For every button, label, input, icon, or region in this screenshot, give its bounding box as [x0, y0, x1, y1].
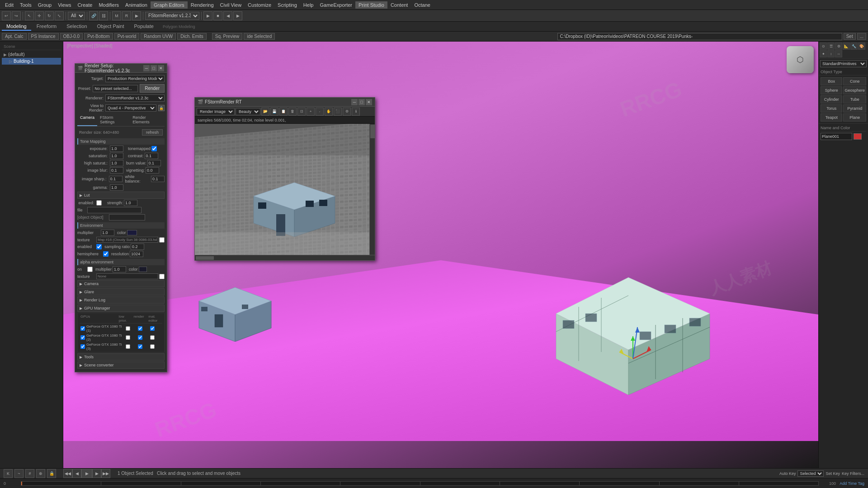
timeline-bar[interactable]: [21, 481, 819, 486]
bottom-curve-btn[interactable]: ~: [14, 469, 24, 478]
env-color-swatch[interactable]: [127, 230, 137, 235]
vray-scrollbar-h[interactable]: [195, 255, 375, 260]
obj-type-box[interactable]: Box: [821, 77, 842, 85]
vignetting-input[interactable]: [146, 167, 159, 174]
alpha-tex-input[interactable]: [96, 273, 158, 279]
tab-fstorm-settings[interactable]: FStorm Settings: [97, 114, 130, 126]
vray-maximize-btn[interactable]: □: [359, 99, 365, 105]
menu-print-studio[interactable]: Print Studio: [355, 1, 387, 9]
rp-icon-6[interactable]: 🎨: [858, 42, 865, 50]
vray-tb-open[interactable]: 📂: [261, 108, 269, 116]
dialog-minimize-btn[interactable]: ─: [143, 65, 150, 71]
white-bal-input[interactable]: [151, 176, 165, 182]
rp-type-select[interactable]: StandardPrimitives: [820, 60, 867, 67]
menu-content[interactable]: Content: [387, 1, 411, 9]
menu-octane[interactable]: Octane: [411, 1, 433, 9]
gpu-2-mat-check[interactable]: [150, 335, 155, 340]
vray-close-btn[interactable]: ✕: [366, 99, 372, 105]
env-texture-check[interactable]: [159, 237, 165, 243]
color-swatch[interactable]: [854, 133, 862, 140]
vray-tb-region[interactable]: ⬛: [334, 108, 342, 116]
frame-next-one-btn[interactable]: ▶: [92, 469, 101, 478]
vray-beauty-select[interactable]: Beauty: [236, 108, 260, 115]
gpu-2-low-prior-check[interactable]: [126, 335, 130, 340]
vray-tb-zoom-in[interactable]: +: [307, 108, 315, 116]
mode-tab-populate[interactable]: Populate: [129, 23, 158, 31]
vray-tb-copy[interactable]: 📋: [279, 108, 288, 116]
tb-render-setup[interactable]: R: [122, 11, 131, 20]
target-select[interactable]: Production Rendering Mode: [105, 75, 165, 82]
render-log-section-btn[interactable]: ▶ Render Log: [77, 296, 165, 304]
menu-group[interactable]: Group: [35, 1, 55, 9]
gpu-3-enable-check[interactable]: [80, 344, 85, 349]
vray-tb-settings[interactable]: ⚙: [343, 108, 351, 116]
obj-type-geosphere[interactable]: Geosphere: [843, 86, 866, 94]
gpu-1-low-prior-check[interactable]: [126, 326, 130, 331]
tb-select[interactable]: ↖: [25, 11, 34, 20]
vray-tb-info[interactable]: ℹ: [352, 108, 360, 116]
env-mult-input[interactable]: [101, 230, 114, 236]
pvt-bottom-btn[interactable]: Pvt-Bottom: [84, 33, 113, 40]
gpu-3-render-check[interactable]: [138, 344, 142, 349]
menu-game-exporter[interactable]: GameExporter: [316, 1, 355, 9]
bottom-key-btn[interactable]: K: [4, 469, 13, 478]
dich-emits-btn[interactable]: Dich. Emits: [177, 33, 207, 40]
tb-renderer-dropdown[interactable]: FStormRender v1.2.3: [145, 12, 199, 20]
vray-tb-save[interactable]: 💾: [270, 108, 278, 116]
vray-tb-zoom-out[interactable]: -: [316, 108, 324, 116]
env-sampling-input[interactable]: [131, 244, 144, 250]
env-res-input[interactable]: [130, 251, 143, 257]
renderer-select[interactable]: FStormRender v1.2.3c: [105, 94, 165, 102]
tab-camera[interactable]: Camera: [77, 114, 97, 126]
obj-type-plane[interactable]: Plane: [843, 113, 866, 122]
menu-rendering[interactable]: Rendering: [188, 1, 217, 9]
alpha-tex-check[interactable]: [159, 274, 165, 279]
nav-cube[interactable]: ⬡: [787, 46, 814, 73]
pvt-world-btn[interactable]: Pvt-world: [114, 33, 140, 40]
frame-prev-btn[interactable]: ◀◀: [63, 469, 72, 478]
mode-tab-freeform[interactable]: Freeform: [32, 23, 61, 31]
obj-type-pyramid[interactable]: Pyramid: [843, 104, 866, 113]
tonemapped-check[interactable]: [151, 146, 157, 151]
tb-material-editor[interactable]: M: [112, 11, 121, 20]
lut-enabled-check[interactable]: [96, 200, 102, 206]
tb-undo[interactable]: ↩: [2, 11, 11, 20]
menu-tools[interactable]: Tools: [17, 1, 35, 9]
gpu-3-low-prior-check[interactable]: [126, 344, 130, 349]
obj-btn[interactable]: OBJ-0.0: [60, 33, 83, 40]
sq-preview-btn[interactable]: Sq. Preview: [212, 33, 242, 40]
menu-graph-editors[interactable]: Graph Editors: [151, 1, 188, 9]
mode-tab-selection[interactable]: Selection: [62, 23, 91, 31]
bottom-grid-btn[interactable]: #: [25, 469, 34, 478]
dialog-maximize-btn[interactable]: □: [151, 65, 157, 71]
scene-converter-btn[interactable]: ▶ Scene converter: [77, 361, 165, 369]
view-lock-btn[interactable]: 🔒: [158, 105, 165, 111]
high-sat-input[interactable]: [110, 160, 123, 166]
gpu-2-render-check[interactable]: [138, 335, 142, 340]
obj-type-teapot[interactable]: Teapot: [821, 113, 842, 122]
env-texture-input[interactable]: [96, 237, 158, 243]
path-input[interactable]: [557, 33, 842, 40]
tb-render-frame[interactable]: ▶: [132, 11, 141, 20]
obj-type-torus[interactable]: Torus: [821, 104, 842, 113]
obj-type-tube[interactable]: Tube: [843, 95, 866, 103]
tb-prev-frame[interactable]: ◀: [223, 11, 232, 20]
tab-render-elements[interactable]: Render Elements: [130, 114, 165, 126]
lut-section-header[interactable]: ▶ Lut: [77, 192, 165, 199]
rp-icon-7[interactable]: ✦: [820, 50, 827, 57]
ps-instance-btn[interactable]: PS Instance: [28, 33, 59, 40]
env-enabled-check[interactable]: [96, 244, 102, 249]
tb-scale[interactable]: ⤡: [55, 11, 64, 20]
timeline-playhead[interactable]: [21, 482, 22, 485]
menu-civil-view[interactable]: Civil View: [217, 1, 245, 9]
add-time-tag-label[interactable]: Add Time Tag: [840, 481, 864, 486]
gpu-2-enable-check[interactable]: [80, 335, 85, 340]
tree-item-building[interactable]: ▷ Building-1: [2, 58, 61, 65]
tb-rotate[interactable]: ↻: [45, 11, 54, 20]
menu-customize[interactable]: Customize: [245, 1, 274, 9]
refresh-btn[interactable]: refresh: [142, 129, 163, 136]
rp-icon-8[interactable]: ↕: [827, 50, 835, 57]
selected-select[interactable]: Selected: [797, 470, 824, 477]
vray-tb-pan[interactable]: ✋: [325, 108, 333, 116]
frame-prev-one-btn[interactable]: ◀: [72, 469, 81, 478]
